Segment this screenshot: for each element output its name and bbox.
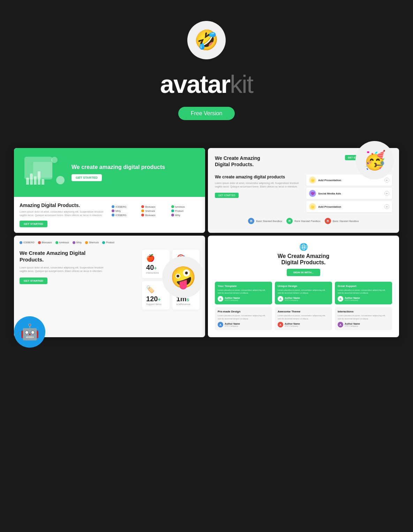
card2-desc: Lorem ipsum dolor sit amet, consectetur … bbox=[215, 182, 301, 189]
card3-text: We Create Amazing Digital Products. Lore… bbox=[20, 250, 107, 284]
author-name: Author Name bbox=[345, 297, 360, 299]
testimonial-author: A Author Name XYZ Company bbox=[218, 296, 269, 302]
avatar-name: Basic Standart Bandbox bbox=[256, 220, 282, 222]
author-avatar: A bbox=[338, 296, 343, 302]
plus-icon-3[interactable]: + bbox=[384, 204, 389, 209]
stat-number-3: 120+ bbox=[146, 295, 165, 303]
testimonial-text-5: Lorem placidus et pacer, consectetur adi… bbox=[278, 314, 329, 320]
card2-subtitle: We create amazing digital products bbox=[215, 175, 301, 179]
card4-emoji: 🌐 bbox=[215, 243, 392, 251]
avatar-name: Basic Standart Bandbox bbox=[333, 220, 359, 222]
testimonial-text-3: Lorem placidus et pacer, consectetur adi… bbox=[338, 289, 389, 295]
hero-get-started-button[interactable]: GET STARTED bbox=[72, 174, 102, 181]
author-info: Author Name XYZ Company bbox=[225, 323, 240, 327]
feature-item: 💜 Social Media Ads + bbox=[306, 188, 392, 199]
card1-section-title: Amazing Digital Products. bbox=[20, 202, 107, 208]
testimonial-card: Pre-made Design Lorem placidus et pacer,… bbox=[215, 307, 272, 330]
card3-title: We Create Amazing Digital Products. bbox=[20, 250, 107, 263]
card2-title: We Create AmazingDigital Products. bbox=[215, 155, 260, 168]
testimonial-author: A Author Name XYZ Company bbox=[218, 322, 269, 327]
author-info: Author Name XYZ Company bbox=[345, 297, 360, 301]
feature-label-2: Social Media Ads bbox=[318, 192, 341, 195]
card4-sign-in-button[interactable]: SIGN IN WITH... bbox=[287, 269, 320, 276]
card1-bottom-content: Amazing Digital Products. Lorem ipsum do… bbox=[14, 197, 205, 233]
avatar-item: R Remi Standart Pandbox bbox=[286, 218, 320, 224]
feature-emoji-3: 🌟 bbox=[309, 203, 316, 210]
screenshots-grid: We create amazing digital products GET S… bbox=[14, 148, 399, 337]
avatar-circle: B bbox=[248, 218, 254, 224]
testimonial-card: Unique Design Lorem placidus et pacer, c… bbox=[275, 282, 332, 305]
author-avatar: A bbox=[278, 296, 283, 302]
hero-text: We create amazing digital products GET S… bbox=[66, 164, 165, 181]
list-item: Blonuazo bbox=[141, 205, 170, 208]
avatar-name: Remi Standart Pandbox bbox=[294, 220, 320, 222]
card4-header: 🌐 We Create AmazingDigital Products. SIG… bbox=[215, 243, 392, 276]
brand-white: avatar bbox=[160, 70, 230, 98]
testimonials-grid: Your Template Lorem placidus et pacer, c… bbox=[215, 282, 392, 331]
testimonial-card: Great Support Lorem placidus et pacer, c… bbox=[335, 282, 392, 305]
plus-icon-1[interactable]: + bbox=[384, 178, 389, 183]
logo-grid: ICEBERG Blonuazo luminous bbox=[112, 205, 200, 216]
author-name: Author Name bbox=[285, 323, 300, 325]
feature-item: 🌟 Add Presentation + bbox=[306, 201, 392, 212]
testimonial-title-3: Great Support bbox=[338, 285, 389, 288]
testimonial-card: Your Template Lorem placidus et pacer, c… bbox=[215, 282, 272, 305]
list-item: Mhty bbox=[73, 241, 82, 244]
testimonial-text-4: Lorem placidus et pacer, consectetur adi… bbox=[218, 314, 269, 320]
author-role: XYZ Company bbox=[225, 325, 240, 327]
list-item: Product bbox=[171, 209, 200, 212]
card2-right: 🌟 Add Presentation + 💜 Social Media Ads … bbox=[306, 175, 392, 212]
brand-gray: kit bbox=[230, 70, 253, 98]
card2-content-btn[interactable]: GET STARTED bbox=[215, 193, 239, 198]
card2-left: We create amazing digital products Lorem… bbox=[215, 175, 301, 212]
list-item: Sherruck bbox=[141, 209, 170, 212]
author-role: XYZ Company bbox=[345, 299, 360, 301]
emoji-tongue: 🤪 bbox=[162, 256, 204, 298]
testimonial-card: Awesome Theme Lorem placidus et pacer, c… bbox=[275, 307, 332, 330]
green-hero-section: We create amazing digital products GET S… bbox=[14, 148, 205, 197]
card1-left-content: Amazing Digital Products. Lorem ipsum do… bbox=[20, 202, 107, 227]
testimonial-author: A Author Name XYZ Company bbox=[278, 296, 329, 302]
testimonial-title-4: Pre-made Design bbox=[218, 310, 269, 313]
author-avatar: A bbox=[278, 322, 283, 327]
list-item: Blonuazo bbox=[141, 214, 170, 216]
testimonial-title-2: Unique Design bbox=[278, 285, 329, 288]
testimonial-text-2: Lorem placidus et pacer, consectetur adi… bbox=[278, 289, 329, 295]
plus-icon-2[interactable]: + bbox=[384, 191, 389, 196]
feature-label-1: Add Presentation bbox=[318, 179, 341, 182]
screenshots-container: 🥳 🤪 🤖 bbox=[0, 134, 413, 358]
list-item: Mhty bbox=[112, 209, 140, 212]
testimonial-title-6: Interactions bbox=[338, 310, 389, 313]
hero-illustration bbox=[21, 155, 66, 190]
author-info: Author Name XYZ Company bbox=[285, 297, 300, 301]
author-info: Author Name XYZ Company bbox=[285, 323, 300, 327]
card1-section-desc: Lorem ipsum dolor sit amet, consectetur … bbox=[20, 210, 107, 217]
author-role: XYZ Company bbox=[285, 299, 300, 301]
card-top-left: We create amazing digital products GET S… bbox=[14, 148, 205, 233]
testimonial-title-1: Your Template bbox=[218, 285, 269, 288]
brand-logos-row: ICEBERG Blonuazo luminous Mhty Sherruck bbox=[20, 241, 200, 244]
brand-title: avatarkit bbox=[160, 70, 253, 98]
stat-number-1: 40+ bbox=[146, 264, 165, 272]
card3-desc: Lorem ipsum dolor sit amet, consectetur … bbox=[20, 266, 107, 273]
author-role: XYZ Company bbox=[285, 325, 300, 327]
author-avatar: A bbox=[338, 322, 343, 327]
list-item: Sherruck bbox=[85, 241, 99, 244]
testimonial-author: A Author Name XYZ Company bbox=[338, 296, 389, 302]
card1-logos: ICEBERG Blonuazo luminous bbox=[112, 202, 200, 227]
author-avatar: A bbox=[218, 296, 223, 302]
emoji-robot: 🤖 bbox=[14, 316, 45, 348]
logo-emoji: 🤣 bbox=[187, 21, 226, 59]
card1-get-started-button[interactable]: GET STARTED bbox=[20, 221, 47, 227]
card3-btn[interactable]: GET STARTED bbox=[20, 278, 47, 284]
author-name: Author Name bbox=[285, 297, 300, 299]
author-info: Author Name XYZ Company bbox=[225, 297, 240, 301]
stat-emoji-1: 🍎 bbox=[146, 254, 165, 262]
author-role: XYZ Company bbox=[225, 299, 240, 301]
stat-emoji-3: 🏷️ bbox=[146, 285, 165, 294]
author-name: Author Name bbox=[225, 323, 240, 325]
testimonial-author: A Author Name XYZ Company bbox=[338, 322, 389, 327]
card-bottom-right: 🌐 We Create AmazingDigital Products. SIG… bbox=[208, 236, 399, 338]
header: 🤣 avatarkit Free Version bbox=[0, 0, 413, 134]
testimonial-text-1: Lorem placidus et pacer, consectetur adi… bbox=[218, 289, 269, 295]
